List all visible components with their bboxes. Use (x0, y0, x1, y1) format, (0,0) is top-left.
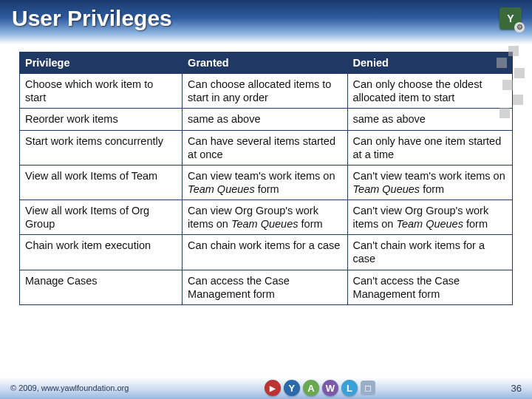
page-number: 36 (511, 383, 522, 394)
slide-footer: © 2009, www.yawlfoundation.org ▶ Y A W L… (0, 377, 532, 399)
table-row: Reorder work items same as above same as… (20, 109, 513, 130)
cell-denied: Can't chain work items for a case (347, 235, 512, 270)
content-area: Privilege Granted Denied Choose which wo… (0, 44, 532, 305)
cell-granted: Can view Org Group's work items on Team … (183, 200, 347, 235)
cell-denied: Can only choose the oldest allocated ite… (347, 74, 512, 109)
logo-letter-w: W (322, 380, 338, 396)
cell-privilege: Choose which work item to start (20, 74, 183, 109)
cell-granted: Can choose allocated items to start in a… (183, 74, 347, 109)
cell-granted: Can chain work items for a case (183, 235, 347, 270)
page-title: User Privileges (12, 6, 520, 31)
cell-denied: Can't view team's work items on Team Que… (347, 165, 512, 200)
cell-privilege: View all work Items of Org Group (20, 200, 183, 235)
logo-letter-y: Y (284, 380, 300, 396)
privileges-table: Privilege Granted Denied Choose which wo… (19, 52, 513, 305)
table-row: Start work items concurrently Can have s… (20, 130, 513, 165)
app-logo-icon: ⚙ (499, 7, 522, 30)
cell-denied: Can't view Org Group's work items on Tea… (347, 200, 512, 235)
table-row: Manage Cases Can access the Case Managem… (20, 270, 513, 304)
col-header-granted: Granted (183, 52, 347, 74)
table-row: Choose which work item to start Can choo… (20, 74, 513, 109)
col-header-denied: Denied (347, 52, 512, 74)
cell-privilege: View all work Items of Team (20, 165, 183, 200)
footer-square-icon: ◻ (361, 381, 375, 395)
cell-privilege: Chain work item execution (20, 235, 183, 270)
play-icon: ▶ (265, 380, 281, 396)
cell-denied: same as above (347, 109, 512, 130)
footer-logo: ▶ Y A W L ◻ (129, 380, 511, 396)
gear-icon: ⚙ (514, 22, 525, 33)
cell-granted: same as above (183, 109, 347, 130)
slide-header: User Privileges ⚙ (0, 0, 532, 44)
cell-granted: Can view team's work items on Team Queue… (183, 165, 347, 200)
cell-granted: Can have several items started at once (183, 130, 347, 165)
cell-denied: Can only have one item started at a time (347, 130, 512, 165)
table-row: View all work Items of Org Group Can vie… (20, 200, 513, 235)
logo-letter-l: L (341, 380, 358, 396)
cell-granted: Can access the Case Management form (183, 270, 347, 304)
logo-letter-a: A (303, 380, 319, 396)
col-header-privilege: Privilege (20, 52, 183, 74)
copyright-text: © 2009, www.yawlfoundation.org (10, 383, 129, 392)
cell-privilege: Start work items concurrently (20, 130, 183, 165)
table-row: View all work Items of Team Can view tea… (20, 165, 513, 200)
cell-denied: Can't access the Case Management form (347, 270, 512, 304)
cell-privilege: Reorder work items (20, 109, 183, 130)
cell-privilege: Manage Cases (20, 270, 183, 304)
table-row: Chain work item execution Can chain work… (20, 235, 513, 270)
table-header-row: Privilege Granted Denied (20, 52, 513, 74)
